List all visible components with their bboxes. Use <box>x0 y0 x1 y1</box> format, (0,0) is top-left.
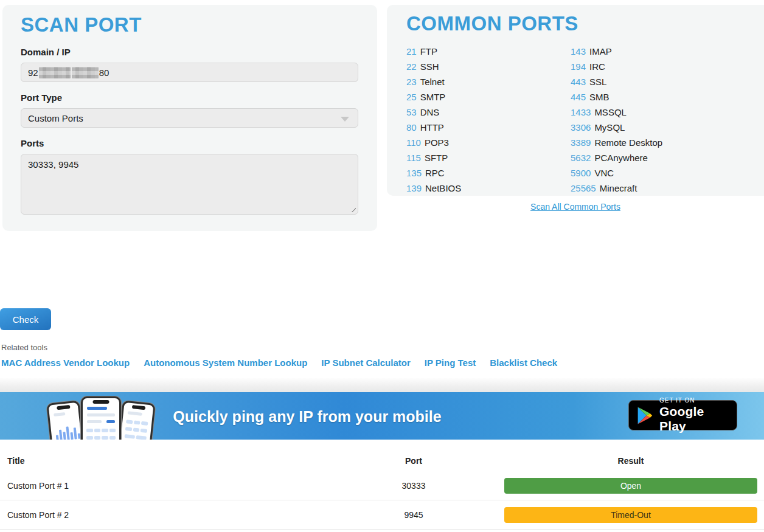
port-name: SMB <box>589 92 609 102</box>
port-number-link[interactable]: 22 <box>406 61 417 72</box>
status-badge-open: Open <box>504 478 757 494</box>
resize-handle-icon[interactable] <box>349 205 356 212</box>
port-number-link[interactable]: 25 <box>406 92 417 102</box>
port-line-sftp: 115SFTP <box>406 150 571 165</box>
related-tools-links: MAC Address Vendor Lookup Autonomous Sys… <box>1 358 557 368</box>
port-number-link[interactable]: 110 <box>406 137 421 148</box>
domain-ip-value-prefix: 92 <box>28 67 38 78</box>
domain-ip-label: Domain / IP <box>21 47 359 57</box>
redacted-ip-block <box>72 67 99 78</box>
port-line-netbios: 139NetBIOS <box>406 181 571 196</box>
domain-ip-value-suffix: 80 <box>99 67 109 78</box>
port-name: Remote Desktop <box>594 137 662 148</box>
port-number-link[interactable]: 21 <box>406 46 417 57</box>
mobile-app-banner[interactable]: Quickly ping any IP from your mobile GET… <box>0 392 764 440</box>
port-number-link[interactable]: 23 <box>406 77 417 87</box>
port-name: VNC <box>594 168 614 178</box>
port-number-link[interactable]: 135 <box>406 168 422 178</box>
port-line-rpc: 135RPC <box>406 165 571 181</box>
port-name: HTTP <box>420 122 444 133</box>
port-type-selected-value: Custom Ports <box>28 113 83 123</box>
scan-all-common-ports-link[interactable]: Scan All Common Ports <box>530 202 620 212</box>
google-play-icon <box>636 406 653 426</box>
port-name: NetBIOS <box>425 183 461 193</box>
port-name: SSL <box>589 77 606 87</box>
port-number-link[interactable]: 445 <box>571 92 586 102</box>
port-number-link[interactable]: 1433 <box>571 107 591 117</box>
scan-port-title: SCAN PORT <box>21 13 359 36</box>
port-number-link[interactable]: 80 <box>406 122 417 133</box>
port-name: SSH <box>420 61 439 72</box>
redacted-ip-block <box>39 67 71 78</box>
row-port: 9945 <box>341 510 487 520</box>
section-divider-strip <box>0 378 764 392</box>
ports-value: 30333, 9945 <box>28 159 78 170</box>
port-line-telnet: 23Telnet <box>406 74 571 89</box>
link-asn-lookup[interactable]: Autonomous System Number Lookup <box>144 358 307 368</box>
google-play-get-it-on: GET IT ON <box>659 397 729 404</box>
port-name: PCAnywhere <box>594 153 648 163</box>
link-ip-subnet-calculator[interactable]: IP Subnet Calculator <box>321 358 410 368</box>
port-number-link[interactable]: 443 <box>571 77 586 87</box>
table-row: Custom Port # 1 30333 Open <box>0 471 764 500</box>
port-line-mssql: 1433MSSQL <box>571 105 735 120</box>
common-ports-column-1: 21FTP 22SSH 23Telnet 25SMTP 53DNS 80HTTP… <box>406 44 571 196</box>
header-port: Port <box>341 456 487 466</box>
common-ports-list: 21FTP 22SSH 23Telnet 25SMTP 53DNS 80HTTP… <box>406 44 757 196</box>
port-number-link[interactable]: 5632 <box>571 153 591 163</box>
port-name: MSSQL <box>594 107 627 117</box>
link-blacklist-check[interactable]: Blacklist Check <box>490 358 557 368</box>
row-port: 30333 <box>341 481 487 491</box>
port-name: IRC <box>589 61 605 72</box>
port-line-smtp: 25SMTP <box>406 89 571 105</box>
port-line-http: 80HTTP <box>406 120 571 135</box>
port-line-vnc: 5900VNC <box>571 165 735 181</box>
port-line-minecraft: 25565Minecraft <box>571 181 735 196</box>
domain-ip-input[interactable]: 92 80 <box>21 63 358 82</box>
row-title: Custom Port # 2 <box>0 510 341 520</box>
link-ip-ping-test[interactable]: IP Ping Test <box>425 358 476 368</box>
table-row: Custom Port # 2 9945 Timed-Out <box>0 500 764 530</box>
chevron-down-icon <box>341 117 349 122</box>
port-name: MySQL <box>594 122 625 133</box>
port-line-mysql: 3306MySQL <box>571 120 735 135</box>
port-line-dns: 53DNS <box>406 105 571 120</box>
port-number-link[interactable]: 25565 <box>571 183 596 193</box>
ports-textarea[interactable]: 30333, 9945 <box>21 154 358 215</box>
port-number-link[interactable]: 3306 <box>571 122 591 133</box>
port-number-link[interactable]: 5900 <box>571 168 591 178</box>
port-number-link[interactable]: 115 <box>406 153 421 163</box>
port-line-imap: 143IMAP <box>571 44 735 59</box>
port-line-irc: 194IRC <box>571 59 735 74</box>
phone-middle-image <box>81 396 121 440</box>
results-header-row: Title Port Result <box>0 451 764 471</box>
port-line-remote-desktop: 3389Remote Desktop <box>571 135 735 150</box>
port-number-link[interactable]: 139 <box>406 183 422 193</box>
port-number-link[interactable]: 53 <box>406 107 417 117</box>
port-name: SMTP <box>420 92 446 102</box>
check-button[interactable]: Check <box>0 308 51 330</box>
port-line-ftp: 21FTP <box>406 44 571 59</box>
link-mac-address-vendor-lookup[interactable]: MAC Address Vendor Lookup <box>1 358 130 368</box>
port-number-link[interactable]: 143 <box>571 46 586 57</box>
port-name: DNS <box>420 107 440 117</box>
port-line-smb: 445SMB <box>571 89 735 105</box>
port-number-link[interactable]: 194 <box>571 61 586 72</box>
port-scanner-page: SCAN PORT Domain / IP 92 80 Port Type Cu… <box>0 0 764 532</box>
port-name: POP3 <box>425 137 449 148</box>
port-line-pcanywhere: 5632PCAnywhere <box>571 150 735 165</box>
port-line-ssl: 443SSL <box>571 74 735 89</box>
row-title: Custom Port # 1 <box>0 481 341 491</box>
google-play-text: GET IT ON Google Play <box>659 397 729 434</box>
port-type-select[interactable]: Custom Ports <box>21 108 358 128</box>
scan-all-common-ports-wrap: Scan All Common Ports <box>387 201 764 212</box>
port-name: Minecraft <box>600 183 637 193</box>
google-play-badge[interactable]: GET IT ON Google Play <box>628 400 737 430</box>
port-name: FTP <box>420 46 437 57</box>
port-name: IMAP <box>589 46 612 57</box>
ports-label: Ports <box>21 138 359 148</box>
header-title: Title <box>0 456 341 466</box>
port-number-link[interactable]: 3389 <box>571 137 591 148</box>
google-play-label: Google Play <box>659 404 729 434</box>
scan-port-card: SCAN PORT Domain / IP 92 80 Port Type Cu… <box>2 5 377 231</box>
